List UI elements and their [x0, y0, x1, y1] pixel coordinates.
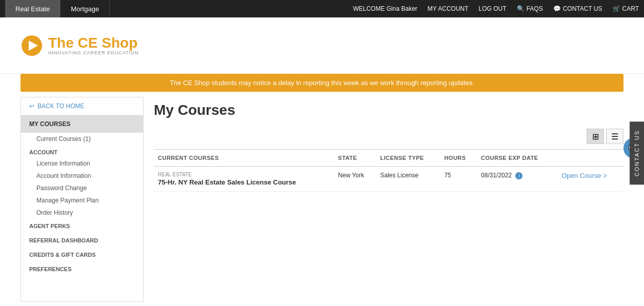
- back-arrow-icon: ↩: [29, 103, 34, 110]
- col-current-courses: CURRENT COURSES: [154, 150, 334, 167]
- open-course-link[interactable]: Open Course >: [561, 172, 607, 179]
- back-home-label: BACK TO HOME: [37, 103, 85, 110]
- info-icon[interactable]: i: [515, 172, 522, 179]
- sidebar-preferences[interactable]: PREFERENCES: [21, 262, 143, 276]
- top-navigation: Real Estate Mortgage WELCOME Gina Baker …: [0, 0, 644, 17]
- contact-us-link[interactable]: 💬 CONTACT US: [553, 5, 602, 12]
- col-license-type: LICENSE TYPE: [376, 150, 440, 167]
- logo-text: The CE Shop INNOVATING CAREER EDUCATION: [48, 36, 139, 55]
- col-state: STATE: [334, 150, 376, 167]
- course-state: New York: [334, 167, 376, 192]
- logo[interactable]: The CE Shop INNOVATING CAREER EDUCATION: [21, 34, 139, 57]
- sidebar: ↩ BACK TO HOME MY COURSES Current Course…: [21, 97, 144, 302]
- col-action: [557, 150, 623, 167]
- contact-us-sidebar[interactable]: CONTACT US: [630, 121, 644, 185]
- sidebar-back-home[interactable]: ↩ BACK TO HOME: [21, 97, 143, 115]
- main-content: My Courses ⊞ ☰ CURRENT COURSES STATE LIC…: [154, 97, 623, 302]
- course-action-cell: Open Course >: [557, 167, 623, 192]
- course-exp-date: 08/31/2022 i: [477, 167, 557, 192]
- welcome-text: WELCOME Gina Baker: [353, 5, 417, 12]
- view-toggle: ⊞ ☰: [154, 129, 623, 144]
- col-exp-date: COURSE EXP DATE: [477, 150, 557, 167]
- sidebar-payment-plan[interactable]: Manage Payment Plan: [21, 194, 143, 207]
- sidebar-order-history[interactable]: Order History: [21, 207, 143, 219]
- logo-brand: The CE Shop: [48, 36, 139, 50]
- course-category: REAL ESTATE: [158, 172, 330, 177]
- grid-view-button[interactable]: ⊞: [587, 129, 604, 144]
- nav-tab-mortgage[interactable]: Mortgage: [61, 0, 110, 17]
- logout-link[interactable]: LOG OUT: [479, 5, 507, 12]
- sidebar-account-section: ACCOUNT: [21, 145, 143, 157]
- main-layout: ↩ BACK TO HOME MY COURSES Current Course…: [0, 97, 644, 302]
- list-view-button[interactable]: ☰: [606, 129, 623, 144]
- top-nav-right: WELCOME Gina Baker MY ACCOUNT LOG OUT 🔍 …: [353, 5, 639, 12]
- table-row: REAL ESTATE 75-Hr. NY Real Estate Sales …: [154, 167, 623, 192]
- sidebar-agent-perks[interactable]: AGENT PERKS: [21, 219, 143, 233]
- my-account-link[interactable]: MY ACCOUNT: [428, 5, 469, 12]
- sidebar-credits-gift-cards[interactable]: CREDITS & GIFT CARDS: [21, 248, 143, 262]
- course-hours: 75: [440, 167, 477, 192]
- col-hours: HOURS: [440, 150, 477, 167]
- course-info-cell: REAL ESTATE 75-Hr. NY Real Estate Sales …: [154, 167, 334, 192]
- nav-tab-realestate[interactable]: Real Estate: [5, 0, 61, 17]
- sidebar-my-courses[interactable]: MY COURSES: [21, 115, 143, 133]
- sidebar-current-courses[interactable]: Current Courses (1): [21, 133, 143, 145]
- sidebar-account-info[interactable]: Account Information: [21, 170, 143, 182]
- logo-tagline: INNOVATING CAREER EDUCATION: [48, 50, 139, 55]
- table-header-row: CURRENT COURSES STATE LICENSE TYPE HOURS…: [154, 150, 623, 167]
- faqs-link[interactable]: 🔍 FAQS: [517, 5, 543, 12]
- site-header: The CE Shop INNOVATING CAREER EDUCATION: [0, 17, 644, 74]
- sidebar-password-change[interactable]: Password Change: [21, 182, 143, 194]
- cart-link[interactable]: 🛒 CART: [613, 5, 639, 12]
- sidebar-referral-dashboard[interactable]: REFERRAL DASHBOARD: [21, 233, 143, 248]
- courses-table: CURRENT COURSES STATE LICENSE TYPE HOURS…: [154, 149, 623, 192]
- sidebar-license-info[interactable]: License Information: [21, 157, 143, 170]
- course-license-type: Sales License: [376, 167, 440, 192]
- course-name: 75-Hr. NY Real Estate Sales License Cour…: [158, 178, 330, 186]
- logo-icon: [21, 34, 43, 57]
- announcement-banner: The CE Shop students may notice a delay …: [21, 74, 623, 92]
- top-nav-tabs: Real Estate Mortgage: [5, 0, 110, 17]
- page-title: My Courses: [154, 102, 623, 118]
